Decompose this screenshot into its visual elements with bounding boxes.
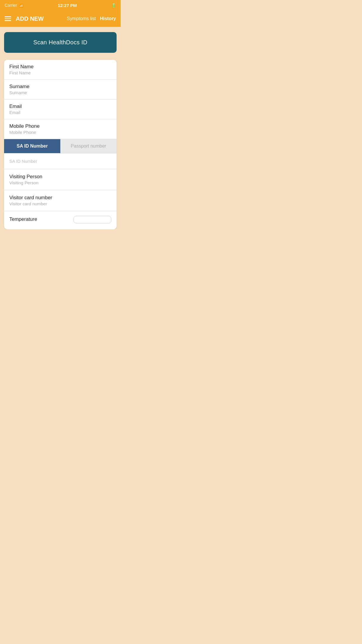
surname-input[interactable]: Surname: [9, 90, 111, 95]
scan-section: Scan HealthDocs ID: [0, 27, 121, 56]
menu-button[interactable]: [5, 16, 11, 21]
first-name-label: First Name: [9, 64, 111, 70]
wifi-icon: [19, 3, 23, 8]
carrier-label: Carrier: [5, 3, 17, 8]
surname-field: Surname Surname: [4, 80, 117, 99]
header-nav: Symptoms list History: [67, 16, 116, 21]
passport-tab[interactable]: Passport number: [60, 139, 117, 153]
sa-id-input[interactable]: SA ID Number: [9, 159, 111, 164]
email-label: Email: [9, 104, 111, 109]
app-header: ADD NEW Symptoms list History: [0, 10, 121, 27]
first-name-field: First Name First Name: [4, 60, 117, 80]
first-name-input[interactable]: First Name: [9, 70, 111, 75]
status-bar: Carrier 12:27 PM 🔋: [0, 0, 121, 10]
battery-indicator: 🔋: [111, 3, 116, 8]
email-input[interactable]: Email: [9, 110, 111, 115]
nav-symptoms-list[interactable]: Symptoms list: [67, 16, 96, 21]
email-field: Email Email: [4, 99, 117, 119]
visiting-person-field: Visiting Person Visiting Person: [4, 169, 117, 190]
visitor-card-input[interactable]: Visitor card number: [9, 201, 111, 206]
scan-healthdocs-button[interactable]: Scan HealthDocs ID: [4, 32, 117, 53]
sa-id-input-row[interactable]: SA ID Number: [4, 153, 117, 169]
visitor-card-label: Visitor card number: [9, 195, 111, 201]
mobile-phone-field: Mobile Phone Mobile Phone: [4, 119, 117, 139]
surname-label: Surname: [9, 84, 111, 90]
sa-id-tab[interactable]: SA ID Number: [4, 139, 60, 153]
page-title: ADD NEW: [16, 15, 44, 22]
temperature-field: Temperature: [4, 211, 117, 229]
status-left: Carrier: [5, 3, 23, 8]
patient-form: First Name First Name Surname Surname Em…: [4, 60, 117, 229]
id-toggle-section: SA ID Number Passport number: [4, 139, 117, 153]
visitor-card-field: Visitor card number Visitor card number: [4, 190, 117, 211]
temperature-input[interactable]: [73, 216, 111, 223]
visiting-person-input[interactable]: Visiting Person: [9, 180, 111, 185]
temperature-label: Temperature: [9, 216, 37, 222]
mobile-phone-input[interactable]: Mobile Phone: [9, 130, 111, 135]
battery-icon: 🔋: [111, 3, 116, 8]
nav-history[interactable]: History: [100, 16, 116, 21]
visiting-person-label: Visiting Person: [9, 174, 111, 180]
status-time: 12:27 PM: [58, 3, 77, 8]
mobile-phone-label: Mobile Phone: [9, 123, 111, 129]
